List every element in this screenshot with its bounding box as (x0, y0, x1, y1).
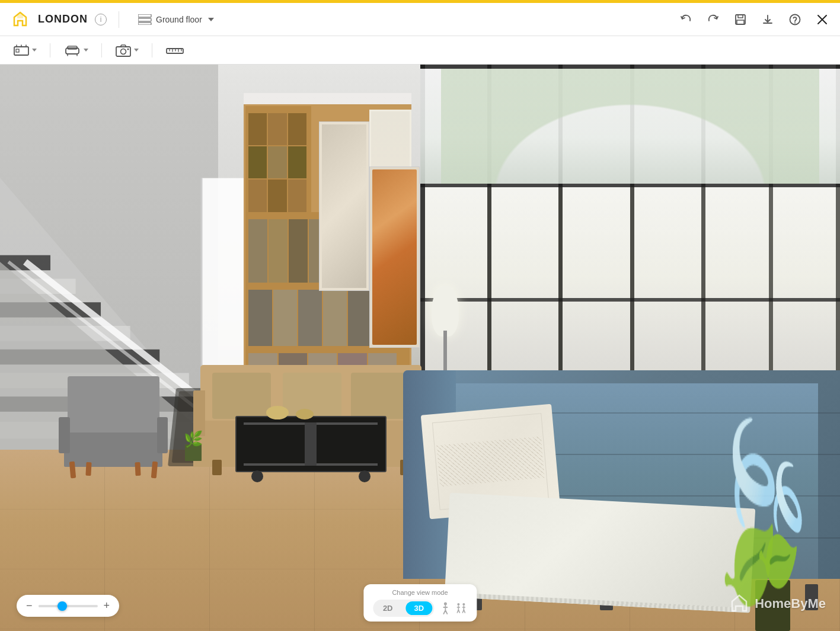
build-icon (13, 43, 30, 57)
zoom-control: − + (17, 595, 119, 617)
info-button[interactable]: i (95, 14, 107, 25)
view-3d-button[interactable]: 3D (406, 601, 433, 615)
svg-rect-1 (17, 14, 23, 18)
toolbar-divider-3 (152, 43, 152, 57)
camera-icon (115, 43, 132, 57)
coffee-table (235, 416, 387, 473)
toolbar (0, 36, 840, 65)
svg-rect-2 (138, 14, 151, 17)
svg-point-34 (462, 603, 465, 606)
chevron-down-icon (208, 18, 214, 21)
art-piece-1 (319, 121, 369, 292)
svg-rect-14 (116, 47, 130, 56)
yellow-accent-bar (0, 0, 840, 3)
floor-label: Ground floor (156, 15, 202, 24)
measure-icon (165, 43, 184, 57)
walk-view-button[interactable] (439, 602, 452, 615)
svg-rect-7 (737, 20, 744, 24)
armchair (59, 376, 168, 467)
art-piece-3 (369, 166, 420, 348)
zoom-out-button[interactable]: − (26, 600, 33, 612)
toolbar-camera-btn[interactable] (109, 40, 145, 61)
svg-point-15 (121, 49, 126, 54)
zoom-slider-thumb[interactable] (58, 601, 67, 611)
right-plant: 🍃 🍃 (714, 291, 831, 631)
svg-point-33 (457, 603, 459, 606)
svg-point-16 (127, 48, 129, 50)
undo-button[interactable] (678, 11, 694, 28)
app-logo (9, 9, 31, 30)
camera-dropdown-icon (134, 49, 139, 52)
svg-rect-17 (167, 49, 183, 53)
redo-button[interactable] (705, 11, 721, 28)
close-button[interactable] (814, 11, 831, 28)
floors-icon (138, 14, 152, 25)
toolbar-measure-btn[interactable] (159, 40, 190, 61)
svg-point-9 (794, 22, 796, 23)
view-mode-label: Change view mode (392, 589, 448, 596)
divider (119, 11, 119, 28)
zoom-in-button[interactable]: + (104, 600, 110, 612)
view-2d-button[interactable]: 2D (375, 601, 401, 615)
svg-rect-6 (738, 15, 743, 18)
save-button[interactable] (732, 11, 749, 28)
topbar-right (678, 11, 831, 28)
watermark: HomeByMe (729, 593, 826, 614)
download-button[interactable] (759, 11, 776, 28)
toolbar-divider-2 (101, 43, 102, 57)
floor-plant: 🌿 (177, 405, 210, 462)
svg-point-32 (444, 602, 447, 605)
view-mode-panel: Change view mode 2D 3D (363, 584, 477, 622)
main-viewport[interactable]: 🌿 (0, 65, 840, 631)
watermark-logo-icon (729, 593, 750, 614)
build-dropdown-icon (32, 49, 37, 52)
help-button[interactable] (787, 11, 803, 28)
furnish-icon (63, 43, 81, 57)
scene-container: 🌿 (0, 65, 840, 631)
zoom-slider[interactable] (39, 605, 98, 607)
toolbar-divider-1 (50, 43, 50, 57)
toolbar-furnish-btn[interactable] (58, 40, 94, 61)
svg-rect-4 (138, 23, 151, 25)
svg-rect-11 (16, 49, 19, 52)
app-title: LONDON (38, 13, 88, 25)
topbar-left: LONDON i Ground floor (9, 9, 221, 30)
floor-selector[interactable]: Ground floor (131, 11, 221, 28)
toolbar-build-btn[interactable] (7, 40, 43, 61)
watermark-text: HomeByMe (755, 596, 826, 611)
svg-rect-3 (138, 18, 151, 21)
stand-view-button[interactable] (454, 602, 467, 615)
furnish-dropdown-icon (84, 49, 88, 52)
view-mode-buttons: 2D 3D (373, 600, 434, 617)
